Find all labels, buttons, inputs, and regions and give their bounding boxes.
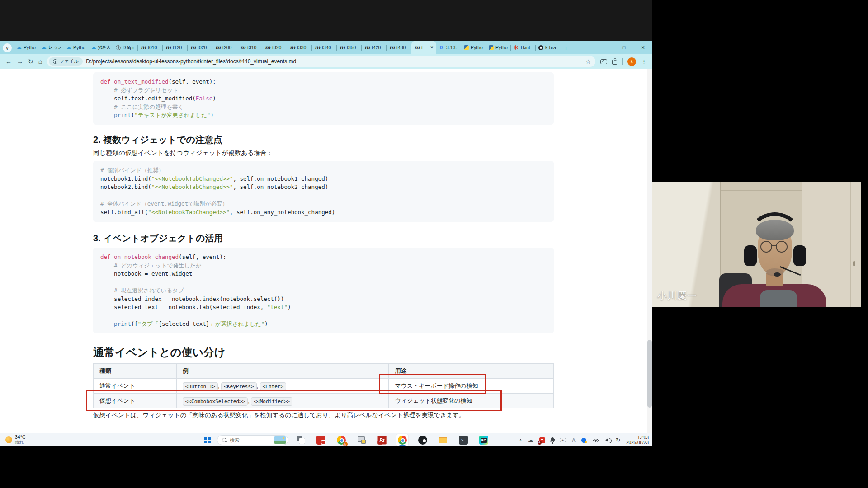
minimize-icon[interactable]: – <box>595 45 614 50</box>
tab-label: Pytho <box>73 45 85 50</box>
home-icon[interactable]: ⌂ <box>38 58 42 65</box>
markdown-icon: m <box>389 45 395 50</box>
language-switch-icon[interactable]: ↻ <box>616 437 620 443</box>
tab-label: t <box>421 45 428 50</box>
back-icon[interactable]: ← <box>5 58 12 65</box>
onedrive-icon[interactable]: ☁ <box>528 437 533 443</box>
badge-count: 4 <box>538 441 542 445</box>
file-chip-label: ファイル <box>59 58 79 65</box>
chrome-profile-icon[interactable]: k <box>335 434 347 446</box>
tab-label: ytさん <box>98 44 110 51</box>
github-desktop-icon[interactable] <box>418 436 427 445</box>
tray-expand-icon[interactable]: ∧ <box>519 437 522 443</box>
toolbar-divider <box>622 58 623 65</box>
markdown-icon: m <box>265 45 270 50</box>
ime-a-icon[interactable]: A <box>572 437 576 443</box>
browser-tab[interactable]: k-bra <box>536 41 561 54</box>
browser-tab[interactable]: mt330_ <box>287 41 312 54</box>
search-box[interactable]: 検索 <box>217 435 288 445</box>
browser-tab[interactable]: mt200_ <box>212 41 237 54</box>
browser-tab[interactable]: D:¥pr <box>113 41 138 54</box>
browser-tab[interactable]: Tkint <box>511 41 536 54</box>
tab-label: Pytho <box>24 45 36 50</box>
extensions-icon[interactable] <box>612 60 617 65</box>
column-header: 例 <box>176 364 389 379</box>
volume-icon[interactable] <box>605 438 608 442</box>
tab-label: D:¥pr <box>123 45 135 50</box>
page-content: def on_text_modified(self, event): # 必ずフ… <box>0 69 652 433</box>
inline-code: <KeyPress> <box>221 382 256 391</box>
browser-tab[interactable]: mt420_ <box>362 41 387 54</box>
filezilla-icon[interactable]: Fz <box>377 436 387 445</box>
chrome-active-icon[interactable] <box>396 434 408 446</box>
browser-tab[interactable]: ☁Pytho <box>14 41 38 54</box>
app-red-icon[interactable] <box>316 436 326 445</box>
task-view-icon[interactable] <box>295 434 307 446</box>
browser-tab[interactable]: mt430_ <box>387 41 411 54</box>
browser-tab[interactable]: mt020_ <box>188 41 212 54</box>
file-scheme-chip[interactable]: ファイル <box>49 57 83 66</box>
close-icon[interactable]: ✕ <box>633 45 652 51</box>
browser-tab[interactable]: mt✕ <box>411 41 436 54</box>
camera-icon[interactable] <box>600 59 607 64</box>
browser-tab[interactable]: mt310_ <box>237 41 262 54</box>
icon-label: Fz <box>379 438 384 443</box>
bookmark-star-icon[interactable]: ☆ <box>585 58 591 65</box>
column-header: 種類 <box>94 364 177 379</box>
icon-label: PC <box>481 438 487 443</box>
wifi-icon[interactable] <box>592 437 599 443</box>
browser-tab[interactable]: Pytho <box>486 41 511 54</box>
start-button-icon[interactable] <box>204 437 211 443</box>
tab-label: t010_ <box>148 45 160 50</box>
terminal-icon[interactable]: >_ <box>459 436 468 445</box>
pycharm-icon[interactable]: PC <box>479 436 488 445</box>
taskbar-apps: kFz>_PC <box>295 434 490 446</box>
reload-icon[interactable]: ↻ <box>28 58 33 65</box>
browser-tab[interactable]: mt350_ <box>337 41 362 54</box>
cast-icon[interactable] <box>560 438 566 442</box>
browser-tab[interactable]: mt010_ <box>138 41 163 54</box>
section-heading-2: 2. 複数ウィジェットでの注意点 <box>93 134 222 146</box>
maximize-icon[interactable]: □ <box>614 45 633 50</box>
menu-icon[interactable]: ⋮ <box>641 58 647 65</box>
cloud-icon: ☁ <box>41 45 47 50</box>
inline-code: <Enter> <box>260 382 286 391</box>
scrollbar-thumb[interactable] <box>647 340 652 408</box>
tab-label: t350_ <box>347 45 359 50</box>
browser-tab[interactable]: mt320_ <box>262 41 287 54</box>
search-daily-image <box>274 436 286 444</box>
icon-label: k <box>343 442 348 446</box>
file-explorer-icon[interactable] <box>437 434 449 446</box>
room-wall <box>652 182 729 307</box>
tab-label: k-bra <box>545 45 558 50</box>
address-bar[interactable]: ファイル D:/projects/lessons/desktop-ui-less… <box>47 56 595 67</box>
new-tab-icon[interactable]: + <box>564 44 568 52</box>
glasses-lens-right <box>776 241 788 253</box>
forward-icon[interactable]: → <box>17 58 23 65</box>
notification-app-icon[interactable]: 4 <box>539 437 545 443</box>
browser-tab[interactable]: ☁Pytho <box>63 41 88 54</box>
tab-label: レッス <box>48 44 61 51</box>
window-controls: – □ ✕ <box>595 41 652 54</box>
app-dot-icon[interactable] <box>581 438 586 443</box>
browser-tab[interactable]: mt340_ <box>312 41 337 54</box>
cloud-icon: ☁ <box>66 45 71 50</box>
tab-close-icon[interactable]: ✕ <box>430 45 434 50</box>
browser-tab[interactable]: G3.13. <box>436 41 461 54</box>
browser-tab[interactable]: ☁レッス <box>38 41 63 54</box>
markdown-icon: m <box>165 45 171 50</box>
github-icon <box>538 45 543 50</box>
clock[interactable]: 13:03 2025/08/23 <box>626 435 649 446</box>
remote-desktop-icon[interactable] <box>356 434 368 446</box>
microphone-icon[interactable] <box>551 437 554 441</box>
tab-list: ☁Pytho☁レッス☁Pytho☁ytさんD:¥prmt010_mt120_mt… <box>14 41 561 54</box>
code-block-2: # 個別バインド（推奨）notebook1.bind("<<NotebookTa… <box>93 161 554 222</box>
weather-widget[interactable]: 34°C 晴れ <box>5 435 25 445</box>
profile-avatar[interactable]: k <box>627 57 636 66</box>
browser-tab[interactable]: ☁ytさん <box>88 41 113 54</box>
browser-tab[interactable]: Pytho <box>461 41 486 54</box>
section-heading-3: 3. イベントオブジェクトの活用 <box>93 232 223 244</box>
weather-condition: 晴れ <box>15 440 25 445</box>
browser-tab[interactable]: mt120_ <box>163 41 188 54</box>
tab-search-chevron-icon[interactable]: ∨ <box>3 43 12 52</box>
